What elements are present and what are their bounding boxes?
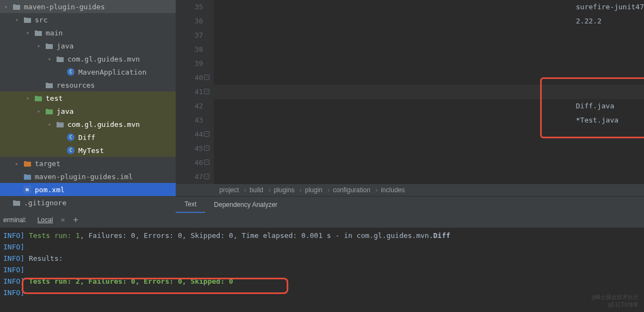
line-number[interactable]: 46− [176, 156, 203, 170]
tree-item[interactable]: ▾java [0, 39, 176, 52]
project-tree[interactable]: ▾maven-plugin-guides▾src▾main▾java▾com.g… [0, 0, 176, 212]
tree-item[interactable]: ▾com.gl.guides.mvn [0, 52, 176, 65]
terminal-tab-local[interactable]: Local [32, 216, 59, 224]
tree-label: java [57, 42, 73, 50]
chevron-icon[interactable]: ▾ [48, 56, 55, 62]
line-number[interactable]: 39 [176, 57, 203, 71]
breadcrumb-item[interactable]: includes [381, 186, 405, 194]
tree-item[interactable]: resources [0, 78, 176, 91]
code-line[interactable] [214, 85, 644, 99]
code-line[interactable]: Diff.java [214, 99, 644, 113]
terminal-add-icon[interactable]: + [73, 215, 78, 225]
fold-icon[interactable]: − [204, 174, 209, 179]
code-line[interactable] [214, 156, 644, 170]
tree-item[interactable]: CMyTest [0, 144, 176, 157]
tree-item[interactable]: ▾test [0, 91, 176, 105]
code-line[interactable]: *Test.java [214, 113, 644, 127]
file-icon: C [66, 133, 75, 142]
file-icon [55, 54, 64, 63]
terminal-title: erminal: [3, 216, 27, 224]
breadcrumb-item[interactable]: plugin [305, 186, 333, 194]
gutter: 353637383940−41−424344−45−46−47− [176, 0, 214, 184]
tab-dependency-analyzer[interactable]: Dependency Analyzer [205, 197, 286, 213]
file-icon: C [66, 68, 75, 76]
breadcrumb-item[interactable]: project [219, 186, 249, 194]
tree-item[interactable]: ▾main [0, 26, 176, 39]
breadcrumb-item[interactable]: configuration [333, 186, 381, 194]
file-icon: m [23, 185, 32, 194]
tree-item[interactable]: CDiff [0, 131, 176, 144]
line-number[interactable]: 35 [176, 0, 203, 14]
file-icon: C [66, 146, 75, 155]
code-line[interactable] [214, 127, 644, 142]
line-number[interactable]: 37 [176, 28, 203, 42]
chevron-icon[interactable]: ▾ [4, 4, 12, 10]
file-icon [55, 120, 64, 129]
code-line[interactable] [214, 142, 644, 156]
line-number[interactable]: 42 [176, 99, 203, 113]
code[interactable]: surefire-junit47 2.22.2 [214, 0, 644, 184]
tree-item[interactable]: .gitignore [0, 196, 176, 209]
chevron-icon[interactable]: ▾ [26, 30, 34, 36]
file-icon [23, 159, 32, 168]
code-line[interactable] [214, 42, 644, 57]
line-number[interactable]: 45− [176, 142, 203, 156]
tree-label: com.gl.guides.mvn [67, 120, 140, 129]
file-icon [45, 41, 53, 50]
code-line[interactable]: 2.22.2 [214, 14, 644, 28]
code-line[interactable] [214, 170, 644, 184]
tree-label: Diff [78, 133, 95, 142]
terminal[interactable]: erminal: Local ✕ + INFO] Tests run: 1, F… [0, 212, 644, 312]
terminal-line: INFO] Results: [3, 253, 641, 264]
editor-tabs[interactable]: Text Dependency Analyzer [176, 196, 644, 212]
file-icon [12, 198, 21, 207]
chevron-icon[interactable]: ▾ [48, 121, 55, 127]
tree-item[interactable]: mpom.xml [0, 183, 176, 196]
terminal-line: INFO] [3, 287, 641, 298]
breadcrumb[interactable]: projectbuildpluginspluginconfigurationin… [176, 184, 644, 196]
tree-item[interactable]: CMavenApplication [0, 65, 176, 78]
terminal-header: erminal: Local ✕ + [0, 212, 644, 228]
chevron-icon[interactable]: ▸ [15, 161, 23, 167]
code-line[interactable] [214, 28, 644, 42]
tree-label: main [46, 29, 63, 37]
tree-item[interactable]: ▾com.gl.guides.mvn [0, 118, 176, 131]
breadcrumb-item[interactable]: build [250, 186, 274, 194]
line-number[interactable]: 43 [176, 113, 203, 127]
chevron-icon[interactable]: ▾ [37, 43, 45, 49]
line-number[interactable]: 44− [176, 127, 203, 142]
chevron-icon[interactable]: ▾ [15, 17, 23, 23]
code-line[interactable] [214, 71, 644, 85]
tree-item[interactable]: ▾java [0, 105, 176, 118]
code-line[interactable] [214, 57, 644, 71]
tree-label: test [46, 94, 63, 102]
line-number[interactable]: 40− [176, 71, 203, 85]
fold-icon[interactable]: − [204, 75, 209, 80]
chevron-icon[interactable]: ▾ [26, 95, 34, 101]
terminal-tab-close-icon[interactable]: ✕ [60, 217, 65, 224]
line-number[interactable]: 41− [176, 85, 203, 99]
tab-text[interactable]: Text [176, 197, 205, 213]
file-icon [23, 15, 32, 24]
tree-item[interactable]: ▾maven-plugin-guides [0, 0, 176, 13]
tree-item[interactable]: ▾src [0, 13, 176, 26]
tree-item[interactable]: maven-plugin-guides.iml [0, 170, 176, 183]
file-icon [12, 2, 21, 11]
line-number[interactable]: 47− [176, 170, 203, 184]
terminal-output[interactable]: INFO] Tests run: 1, Failures: 0, Errors:… [0, 228, 644, 312]
line-number[interactable]: 38 [176, 42, 203, 57]
terminal-line: INFO] [3, 264, 641, 276]
code-line[interactable]: surefire-junit47 [214, 0, 644, 14]
breadcrumb-item[interactable]: plugins [274, 186, 305, 194]
fold-icon[interactable]: − [204, 131, 209, 137]
fold-icon[interactable]: − [204, 89, 209, 94]
chevron-icon[interactable]: ▾ [37, 108, 45, 114]
file-icon [45, 107, 53, 115]
tree-label: MavenApplication [78, 68, 146, 76]
fold-icon[interactable]: − [204, 160, 209, 165]
file-icon [34, 28, 42, 37]
tree-item[interactable]: ▸target [0, 157, 176, 170]
line-number[interactable]: 36 [176, 14, 203, 28]
tree-label: maven-plugin-guides [24, 3, 105, 11]
fold-icon[interactable]: − [204, 145, 209, 151]
